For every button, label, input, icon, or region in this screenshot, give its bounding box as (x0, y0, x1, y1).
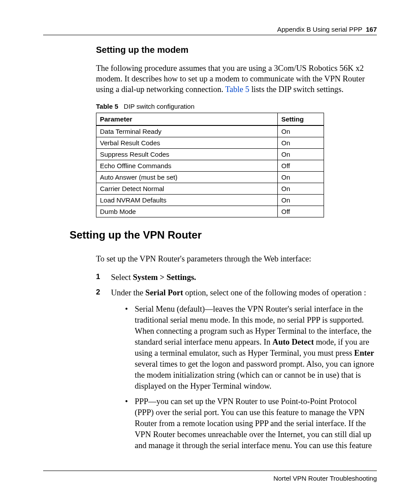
footer: Nortel VPN Router Troubleshooting (43, 471, 377, 482)
header-text: Appendix B Using serial PPP (277, 26, 362, 33)
bullet-text: PPP—you can set up the VPN Router to use… (135, 397, 372, 450)
step-text-bold: Serial Port (145, 288, 183, 297)
cell-setting: On (278, 183, 324, 195)
step-item: 1 Select System > Settings. (96, 272, 377, 283)
step-item: 2 Under the Serial Port option, select o… (96, 287, 377, 451)
step-text-pre: Select (111, 273, 133, 282)
page: Appendix B Using serial PPP 167 Setting … (0, 0, 420, 504)
col-header-parameter: Parameter (96, 113, 278, 126)
bullet-item: PPP—you can set up the VPN Router to use… (125, 396, 377, 451)
table-row: Carrier Detect NormalOn (96, 183, 324, 195)
cell-param: Dumb Mode (96, 206, 278, 217)
footer-text: Nortel VPN Router Troubleshooting (43, 475, 377, 482)
top-rule (43, 35, 377, 35)
cell-param: Echo Offline Commands (96, 160, 278, 172)
cell-setting: On (278, 149, 324, 160)
table-label: Table 5 (96, 103, 118, 110)
table-row: Suppress Result CodesOn (96, 149, 324, 160)
step-text-bold: System > Settings. (133, 273, 196, 282)
cell-setting: On (278, 172, 324, 183)
col-header-setting: Setting (278, 113, 324, 126)
running-header: Appendix B Using serial PPP 167 (43, 26, 377, 33)
section-heading-vpn: Setting up the VPN Router (70, 229, 377, 241)
cell-setting: On (278, 125, 324, 137)
bullet-bold-1: Auto Detect (273, 338, 314, 346)
table-row: Load NVRAM DefaultsOn (96, 195, 324, 206)
table-row: Auto Answer (must be set)On (96, 172, 324, 183)
cell-setting: Off (278, 160, 324, 172)
subheading-modem: Setting up the modem (96, 45, 377, 55)
table-caption: Table 5 DIP switch configuration (96, 103, 377, 110)
cell-param: Suppress Result Codes (96, 149, 278, 160)
table-row: Dumb ModeOff (96, 206, 324, 217)
bullet-item: Serial Menu (default)—leaves the VPN Rou… (125, 304, 377, 392)
cell-param: Load NVRAM Defaults (96, 195, 278, 206)
bullet-list: Serial Menu (default)—leaves the VPN Rou… (125, 304, 377, 451)
step-text-pre: Under the (111, 288, 145, 297)
dip-switch-table: Parameter Setting Data Terminal ReadyOn … (96, 113, 324, 217)
step-text-post: option, select one of the following mode… (183, 288, 366, 297)
cell-setting: On (278, 195, 324, 206)
page-number: 167 (366, 26, 377, 33)
bullet-text-3: several times to get the logon and passw… (135, 360, 374, 390)
table-row: Echo Offline CommandsOff (96, 160, 324, 172)
table-row: Data Terminal ReadyOn (96, 125, 324, 137)
step-number: 1 (96, 272, 100, 282)
cell-param: Auto Answer (must be set) (96, 172, 278, 183)
bullet-bold-2: Enter (354, 349, 374, 357)
cell-param: Data Terminal Ready (96, 125, 278, 137)
cell-param: Carrier Detect Normal (96, 183, 278, 195)
cell-param: Verbal Result Codes (96, 137, 278, 149)
table-row: Verbal Result CodesOn (96, 137, 324, 149)
cell-setting: On (278, 137, 324, 149)
table-caption-text: DIP switch configuration (124, 103, 195, 110)
table-header-row: Parameter Setting (96, 113, 324, 126)
bottom-rule (43, 471, 377, 471)
step-number: 2 (96, 287, 100, 298)
table-xref-link[interactable]: Table 5 (225, 85, 250, 94)
steps-list: 1 Select System > Settings. 2 Under the … (96, 272, 377, 451)
intro-text-2: lists the DIP switch settings. (249, 85, 343, 94)
cell-setting: Off (278, 206, 324, 217)
content: Setting up the modem The following proce… (43, 45, 377, 451)
intro-paragraph: The following procedure assumes that you… (96, 63, 377, 95)
section-intro: To set up the VPN Router's parameters th… (96, 254, 377, 264)
